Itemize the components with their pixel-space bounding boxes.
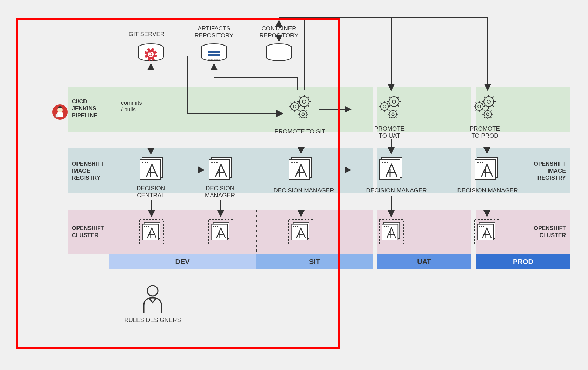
highlight-box [16,18,340,349]
diagram-canvas: CI/CD JENKINS PIPELINE OPENSHIFT IMAGE R… [0,0,588,370]
